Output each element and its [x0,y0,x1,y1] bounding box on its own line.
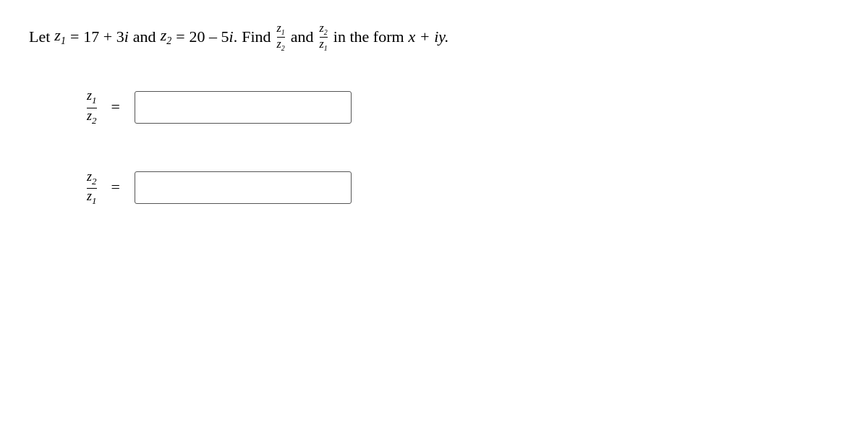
answer-row-1: z1 z2 = [87,88,839,125]
problem-statement: Let z1 = 17 + 3i and z2 = 20 – 5i. Find … [29,22,839,52]
value2: 20 – 5i. [190,27,238,46]
equals1: = [70,27,79,46]
page-content: Let z1 = 17 + 3i and z2 = 20 – 5i. Find … [0,0,868,221]
frac2-numer: z2 [320,22,328,38]
equals2: = [176,27,184,46]
answer-row-2: z2 z1 = [87,169,839,206]
frac2-denom: z1 [320,38,328,52]
z1-label: z [54,26,61,44]
answer1-numer: z1 [87,88,97,108]
form-expr: x + iy. [409,27,449,46]
answer1-input[interactable] [135,91,352,124]
form-text: in the form [333,27,404,46]
answer2-denom: z1 [87,189,97,206]
find-text: Find [242,27,271,46]
answer1-denom: z2 [87,108,97,126]
answer1-fraction: z1 z2 [87,88,97,125]
frac1-numer: z1 [277,22,285,38]
frac1-denom: z2 [277,38,285,52]
z1-subscript: 1 [61,36,66,47]
z1-expression: z1 [54,26,66,47]
intro-text: Let [29,27,50,46]
answer2-numer: z2 [87,169,97,189]
answer2-input[interactable] [135,171,352,204]
answer2-fraction: z2 z1 [87,169,97,206]
value1: 17 + 3i [83,27,129,46]
z2-label: z [161,26,167,44]
answer1-equals: = [111,98,120,116]
connector2: and [291,27,314,46]
z2-subscript: 2 [166,36,171,47]
fraction2-inline: z2 z1 [320,22,328,52]
connector: and [133,27,156,46]
z2-expression: z2 [161,26,172,47]
answer2-equals: = [111,178,120,197]
fraction1-inline: z1 z2 [277,22,285,52]
